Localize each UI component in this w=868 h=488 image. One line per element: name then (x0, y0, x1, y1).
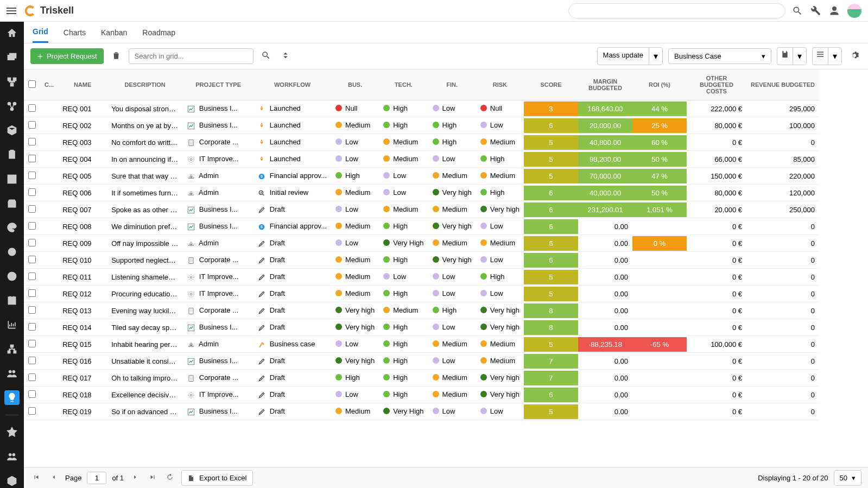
search-button[interactable] (259, 48, 273, 64)
sidenav-home[interactable] (4, 26, 20, 41)
refresh-button[interactable] (164, 471, 176, 485)
search-icon[interactable] (792, 5, 803, 16)
menu-toggle-icon[interactable] (7, 6, 20, 16)
tab-roadmap[interactable]: Roadmap (142, 23, 175, 42)
sidenav-chart[interactable] (4, 318, 20, 332)
row-checkbox[interactable] (28, 390, 36, 398)
sort-button[interactable] (278, 48, 293, 64)
brand-logo[interactable]: Triskell (24, 4, 74, 17)
table-row[interactable]: REQ 003No comfort do writte... Corporate… (24, 134, 819, 151)
sidenav-palette[interactable] (4, 220, 20, 235)
sidenav-hierarchy[interactable] (4, 342, 20, 357)
table-row[interactable]: REQ 004In on announcing if of... IT Impr… (24, 151, 819, 168)
table-row[interactable]: REQ 011Listening shameless ... IT Improv… (24, 269, 819, 286)
row-checkbox[interactable] (28, 188, 36, 196)
table-row[interactable]: REQ 015Inhabit hearing perha... Admin Bu… (24, 336, 819, 353)
row-checkbox[interactable] (28, 323, 36, 331)
next-page-button[interactable] (129, 471, 141, 485)
sidenav-calendar[interactable] (4, 293, 20, 308)
table-row[interactable]: REQ 001You disposal strongly ... Busines… (24, 100, 819, 117)
page-size-select[interactable]: 50▾ (834, 470, 861, 486)
row-checkbox[interactable] (28, 306, 36, 314)
table-row[interactable]: REQ 002Months on ye at by es... Business… (24, 117, 819, 134)
table-row[interactable]: REQ 016Unsatiable it consider... Busines… (24, 353, 819, 370)
column-header[interactable]: BUS. (331, 69, 379, 100)
export-excel-button[interactable]: Export to Excel (181, 470, 252, 486)
table-row[interactable]: REQ 009Off nay impossible di... Admin Dr… (24, 235, 819, 252)
table-row[interactable]: REQ 013Evening way luckily s... Corporat… (24, 302, 819, 319)
row-checkbox[interactable] (28, 256, 36, 263)
avatar[interactable] (847, 4, 861, 18)
row-checkbox[interactable] (28, 373, 36, 381)
save-view-dropdown[interactable]: ▾ (777, 47, 807, 65)
table-row[interactable]: REQ 012Procuring education ... IT Improv… (24, 286, 819, 302)
wrench-icon[interactable] (810, 5, 821, 16)
row-checkbox[interactable] (28, 104, 36, 112)
column-header[interactable]: ROI (%) (632, 69, 687, 100)
table-row[interactable]: REQ 014Tiled say decay spoil ... Busines… (24, 319, 819, 336)
chevron-down-icon[interactable]: ▾ (793, 47, 807, 65)
column-header[interactable]: FIN. (428, 69, 476, 100)
tab-charts[interactable]: Charts (64, 23, 86, 42)
row-checkbox[interactable] (28, 239, 36, 246)
column-header[interactable]: PROJECT TYPE (183, 69, 254, 100)
chevron-down-icon[interactable]: ▾ (828, 47, 842, 65)
settings-button[interactable] (847, 48, 861, 64)
table-row[interactable]: REQ 008We diminution prefere... Business… (24, 218, 819, 235)
column-header[interactable]: NAME (58, 69, 107, 100)
column-header[interactable]: DESCRIPTION (107, 69, 183, 100)
chevron-down-icon[interactable]: ▾ (649, 47, 663, 65)
tab-kanban[interactable]: Kanban (101, 23, 127, 42)
column-header[interactable]: OTHER BUDGETED COSTS (687, 69, 746, 100)
row-checkbox[interactable] (28, 272, 36, 280)
column-header[interactable]: RISK (476, 69, 524, 100)
sidenav-clipboard[interactable] (4, 148, 20, 162)
mass-update-dropdown[interactable]: Mass update ▾ (597, 47, 663, 65)
row-checkbox[interactable] (28, 407, 36, 415)
first-page-button[interactable] (30, 471, 42, 485)
row-checkbox[interactable] (28, 138, 36, 145)
table-row[interactable]: REQ 017Oh to talking improve ... Corpora… (24, 370, 819, 386)
select-all-checkbox[interactable] (28, 80, 36, 88)
grid-search-input[interactable] (129, 48, 254, 64)
row-checkbox[interactable] (28, 155, 36, 162)
row-checkbox[interactable] (28, 205, 36, 213)
tab-grid[interactable]: Grid (33, 22, 48, 43)
delete-button[interactable] (109, 48, 123, 64)
table-row[interactable]: REQ 006It if sometimes furnis... Admin I… (24, 185, 819, 201)
sidenav-org[interactable] (4, 74, 20, 89)
sidenav-folders[interactable] (4, 50, 20, 65)
add-project-request-button[interactable]: Project Request (30, 48, 104, 64)
row-checkbox[interactable] (28, 357, 36, 364)
user-icon[interactable] (829, 5, 840, 16)
table-row[interactable]: REQ 005Sure that that way ga... Admin$ F… (24, 168, 819, 185)
sidenav-team[interactable] (4, 449, 20, 464)
report-select[interactable]: Business Case▾ (668, 48, 771, 64)
row-checkbox[interactable] (28, 222, 36, 230)
sidenav-box[interactable] (4, 196, 20, 211)
page-input[interactable] (87, 472, 106, 484)
column-header[interactable]: TECH. (379, 69, 428, 100)
column-header[interactable]: REVENUE BUDGETED (746, 69, 819, 100)
row-checkbox[interactable] (28, 121, 36, 129)
column-header[interactable]: WORKFLOW (254, 69, 331, 100)
prev-page-button[interactable] (48, 471, 60, 485)
column-header[interactable]: SCORE (524, 69, 578, 100)
global-search-input[interactable] (568, 3, 785, 18)
table-row[interactable]: REQ 007Spoke as as other ag... Business … (24, 201, 819, 218)
row-checkbox[interactable] (28, 172, 36, 179)
column-header[interactable]: MARGIN BUDGETED (578, 69, 632, 100)
sidenav-cube[interactable] (4, 473, 20, 488)
sidenav-package[interactable] (4, 123, 20, 138)
column-header[interactable]: C... (40, 69, 58, 100)
table-row[interactable]: REQ 019So if on advanced ad... Business … (24, 403, 819, 420)
list-view-dropdown[interactable]: ▾ (812, 47, 842, 65)
data-grid[interactable]: C...NAMEDESCRIPTIONPROJECT TYPEWORKFLOWB… (24, 69, 868, 467)
sidenav-nodes[interactable] (4, 99, 20, 113)
last-page-button[interactable] (147, 471, 159, 485)
table-row[interactable]: REQ 018Excellence decisively ... IT Impr… (24, 386, 819, 403)
sidenav-check[interactable] (4, 172, 20, 186)
row-checkbox[interactable] (28, 340, 36, 347)
sidenav-idea[interactable] (4, 390, 20, 405)
sidenav-users[interactable] (4, 366, 20, 381)
